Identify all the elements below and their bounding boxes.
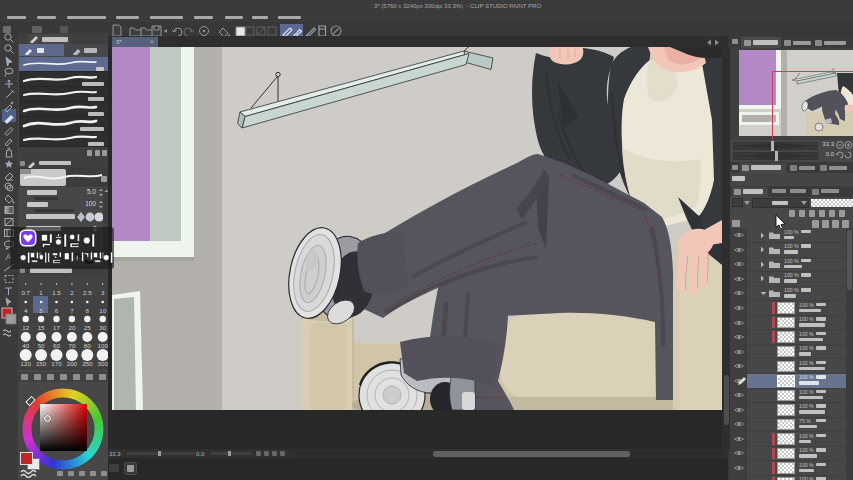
svg-text:10: 10 <box>99 307 106 314</box>
svg-text:60: 60 <box>53 342 60 349</box>
svg-text:15: 15 <box>38 324 45 331</box>
svg-text:250: 250 <box>82 360 93 367</box>
svg-text:80: 80 <box>84 342 91 349</box>
svg-text:8: 8 <box>86 307 90 314</box>
svg-text:1: 1 <box>39 289 43 296</box>
svg-text:7: 7 <box>70 307 74 314</box>
svg-text:70: 70 <box>68 342 75 349</box>
svg-text:3: 3 <box>101 289 105 296</box>
svg-text:5: 5 <box>39 307 43 314</box>
svg-text:4: 4 <box>24 307 28 314</box>
svg-text:150: 150 <box>36 360 47 367</box>
svg-text:2.5: 2.5 <box>83 289 92 296</box>
svg-text:1.5: 1.5 <box>52 289 61 296</box>
svg-text:6: 6 <box>55 307 59 314</box>
svg-text:2: 2 <box>70 289 74 296</box>
svg-text:20: 20 <box>68 324 75 331</box>
svg-text:17: 17 <box>53 324 60 331</box>
svg-text:50: 50 <box>38 342 45 349</box>
svg-text:40: 40 <box>22 342 29 349</box>
svg-text:120: 120 <box>21 360 32 367</box>
svg-text:30: 30 <box>99 324 106 331</box>
svg-text:170: 170 <box>51 360 62 367</box>
svg-text:0.7: 0.7 <box>21 289 30 296</box>
svg-text:100: 100 <box>98 342 108 349</box>
svg-text:200: 200 <box>67 360 78 367</box>
svg-text:12: 12 <box>22 324 29 331</box>
svg-text:25: 25 <box>84 324 91 331</box>
svg-text:300: 300 <box>98 360 108 367</box>
